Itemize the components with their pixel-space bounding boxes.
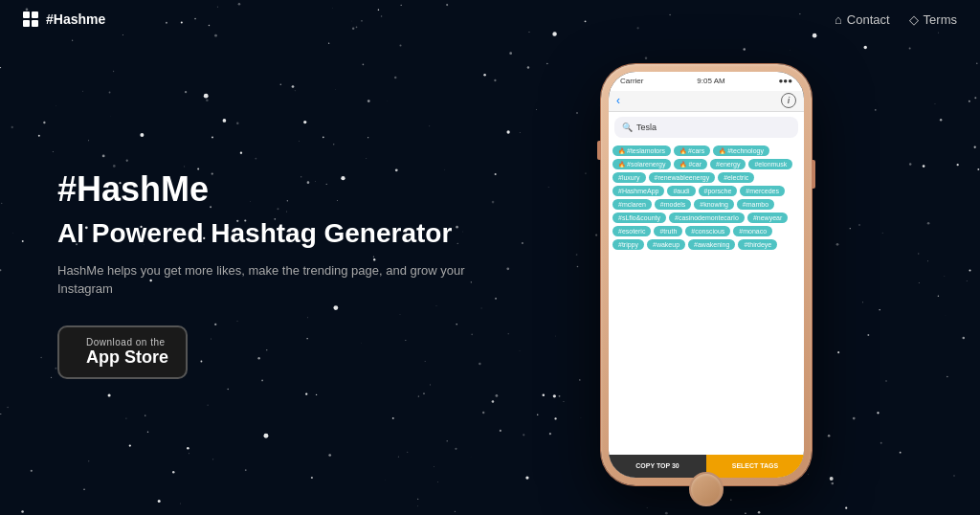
app-title: #HashMe — [57, 169, 490, 210]
hashtag-tag: #monaco — [733, 226, 772, 236]
nav-logo[interactable]: #Hashme — [23, 11, 105, 27]
phone-outer: Carrier 9:05 AM ●●● ‹ i 🔍 Tesla — [601, 64, 812, 485]
hashtag-tag: #models — [655, 199, 691, 210]
hashtag-tag: #luxury — [612, 172, 646, 183]
app-subtitle: AI Powered Hashtag Generator — [57, 217, 490, 250]
tags-container: #teslamotors#cars#technology#solarenergy… — [609, 143, 804, 253]
app-store-button[interactable]: Download on the App Store — [57, 325, 188, 379]
hashtag-tag: #casinodemontecarIo — [669, 213, 745, 223]
search-text: Tesla — [636, 123, 657, 132]
hashtag-tag: #mercedes — [740, 186, 785, 196]
phone-search-bar: 🔍 Tesla — [614, 117, 798, 138]
hashtag-tag: #car — [674, 159, 707, 169]
home-icon: ⌂ — [835, 12, 842, 27]
copy-top-30-button[interactable]: COPY TOP 30 — [609, 455, 706, 478]
grid-icon — [23, 11, 38, 27]
hashtag-tag: #esoteric — [612, 226, 651, 236]
nav-terms[interactable]: ◇ Terms — [909, 12, 957, 27]
back-chevron-icon: ‹ — [616, 94, 620, 107]
hashtag-tag: #conscious — [685, 226, 730, 236]
hashtag-tag: #energy — [710, 159, 746, 169]
volume-button — [597, 141, 601, 160]
navbar: #Hashme ⌂ Contact ◇ Terms — [0, 0, 980, 38]
hashtag-tag: #porsche — [699, 186, 738, 196]
power-button — [812, 160, 815, 189]
hashtag-tag: #truth — [654, 226, 682, 236]
carrier-text: Carrier — [620, 77, 643, 85]
clock: 9:05 AM — [697, 77, 724, 85]
hashtag-tag: #trippy — [612, 239, 644, 250]
hashtag-tag: #mambo — [737, 199, 774, 210]
phone-mockup: Carrier 9:05 AM ●●● ‹ i 🔍 Tesla — [601, 64, 812, 485]
shield-icon: ◇ — [909, 12, 919, 27]
hashtag-tag: #awakening — [688, 239, 735, 250]
btn-large-text: App Store — [86, 347, 168, 368]
hashtag-tag: #elonmusk — [748, 159, 792, 169]
hashtag-tag: #wakeup — [647, 239, 685, 250]
hashtag-tag: #HashmeApp — [612, 186, 664, 196]
hero-left: #HashMe AI Powered Hashtag Generator Has… — [57, 169, 490, 379]
hero-right: Carrier 9:05 AM ●●● ‹ i 🔍 Tesla — [490, 64, 923, 485]
hashtag-tag: #mclaren — [612, 199, 652, 210]
hashtag-tag: #knowing — [694, 199, 734, 210]
phone-nav-bar: ‹ i — [609, 91, 804, 112]
phone-screen-content: 🔍 Tesla #teslamotors#cars#technology#sol… — [609, 112, 804, 478]
status-bar: Carrier 9:05 AM ●●● — [609, 72, 804, 91]
hashtag-tag: #solarenergy — [612, 159, 671, 169]
nav-links: ⌂ Contact ◇ Terms — [835, 12, 957, 27]
nav-logo-text: #Hashme — [46, 11, 105, 27]
hashtag-tag: #electric — [718, 172, 754, 183]
hashtag-tag: #renewableenergy — [649, 172, 716, 183]
hashtag-tag: #technology — [713, 146, 769, 156]
nav-contact[interactable]: ⌂ Contact — [835, 12, 890, 27]
phone-screen-area: Carrier 9:05 AM ●●● ‹ i 🔍 Tesla — [609, 72, 804, 478]
hashtag-tag: #teslamotors — [612, 146, 671, 156]
app-description: HashMe helps you get more likes, make th… — [57, 261, 490, 299]
hashtag-tag: #cars — [674, 146, 710, 156]
signal-indicator: ●●● — [779, 77, 793, 85]
hashtag-tag: #audi — [667, 186, 695, 196]
hashtag-tag: #sLflo&county — [612, 213, 666, 223]
hashtag-tag: #thirdeye — [738, 239, 777, 250]
btn-small-text: Download on the — [86, 337, 168, 347]
select-tags-button[interactable]: SELECT TAGS — [706, 455, 804, 478]
info-icon: i — [781, 93, 796, 108]
hashtag-tag: #newyear — [747, 213, 788, 223]
search-icon: 🔍 — [622, 123, 633, 132]
home-button[interactable] — [689, 472, 724, 506]
main-content: #HashMe AI Powered Hashtag Generator Has… — [0, 38, 980, 510]
btn-text-group: Download on the App Store — [86, 337, 168, 368]
